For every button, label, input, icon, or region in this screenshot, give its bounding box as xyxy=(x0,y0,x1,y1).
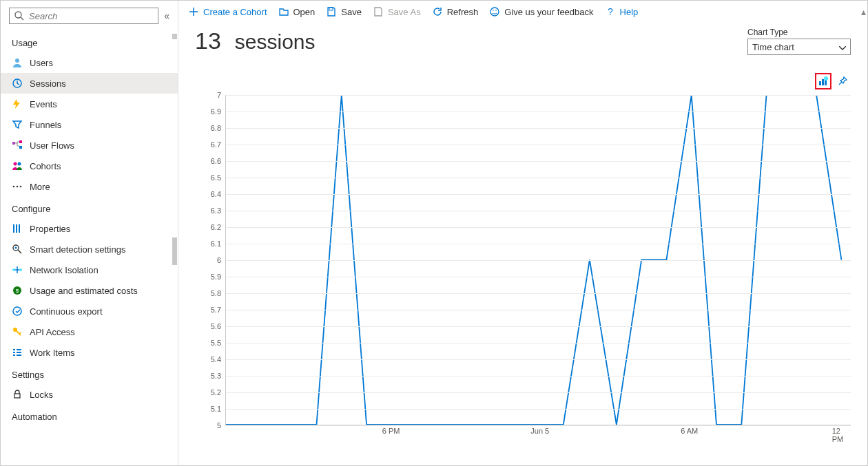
svg-rect-6 xyxy=(19,146,22,149)
x-tick: 12 PM xyxy=(832,427,845,443)
y-tick: 6.7 xyxy=(211,140,221,149)
y-tick: 6.3 xyxy=(211,206,221,215)
y-tick: 5.1 xyxy=(211,405,221,413)
search-input-wrap[interactable] xyxy=(9,8,158,24)
cost-icon: $ xyxy=(12,285,23,296)
sidebar-item-more[interactable]: More xyxy=(1,176,178,197)
section-settings-header: Settings xyxy=(1,363,178,384)
svg-rect-36 xyxy=(819,81,821,85)
sidebar-item-smartdetection[interactable]: Smart detection settings xyxy=(1,239,178,260)
toolbar-label: Open xyxy=(293,7,316,17)
svg-line-1 xyxy=(21,17,23,20)
view-logs-button[interactable] xyxy=(815,73,831,89)
svg-point-18 xyxy=(12,268,15,271)
session-word: sessions xyxy=(235,30,316,54)
sidebar-item-sessions[interactable]: Sessions xyxy=(1,73,178,94)
sidebar-item-continuousexport[interactable]: Continuous export xyxy=(1,301,178,321)
y-tick: 5.3 xyxy=(211,372,221,380)
svg-point-9 xyxy=(13,186,15,188)
y-tick: 6.9 xyxy=(211,107,221,116)
svg-rect-4 xyxy=(12,142,15,145)
events-icon xyxy=(12,98,23,109)
chart-type-label: Chart Type xyxy=(747,28,851,37)
help-button[interactable]: ?Help xyxy=(605,6,639,17)
magnifier-icon xyxy=(12,244,23,255)
sidebar-item-label: Cohorts xyxy=(30,161,61,171)
saveas-button: Save As xyxy=(373,6,421,17)
svg-rect-27 xyxy=(17,349,21,350)
y-tick: 6.4 xyxy=(211,190,221,198)
svg-rect-30 xyxy=(14,394,20,398)
sidebar-item-label: Locks xyxy=(30,390,53,400)
y-tick: 5.4 xyxy=(211,355,221,363)
y-tick: 5.9 xyxy=(211,273,221,281)
svg-text:$: $ xyxy=(16,288,19,294)
sidebar-item-workitems[interactable]: Work Items xyxy=(1,342,178,363)
main-scrollbar[interactable] xyxy=(861,8,866,18)
svg-point-7 xyxy=(14,162,17,166)
sidebar-item-properties[interactable]: Properties xyxy=(1,218,178,239)
sidebar-item-label: Sessions xyxy=(30,78,66,89)
sidebar-item-cohorts[interactable]: Cohorts xyxy=(1,156,178,176)
funnel-icon xyxy=(12,119,23,130)
svg-point-17 xyxy=(15,247,17,249)
svg-point-8 xyxy=(18,162,21,166)
page-title: 13 sessions xyxy=(195,28,316,54)
create-cohort-button[interactable]: Create a Cohort xyxy=(188,6,267,17)
toolbar-label: Save xyxy=(341,7,362,17)
pin-button[interactable] xyxy=(834,73,851,89)
svg-rect-12 xyxy=(13,224,14,233)
sidebar-item-usagecosts[interactable]: $Usage and estimated costs xyxy=(1,280,178,301)
lock-icon xyxy=(12,389,23,400)
sidebar-item-funnels[interactable]: Funnels xyxy=(1,114,178,135)
x-axis: 6 PMJun 56 AM12 PM xyxy=(225,427,851,438)
y-tick: 6.6 xyxy=(211,157,221,165)
sidebar-item-networkisolation[interactable]: Network Isolation xyxy=(1,260,178,280)
collapse-sidebar-icon[interactable]: « xyxy=(164,10,169,21)
y-tick: 5.8 xyxy=(211,289,221,297)
sidebar-item-apiaccess[interactable]: API Access xyxy=(1,321,178,342)
main-panel: Create a Cohort Open Save Save As Refres… xyxy=(178,1,867,465)
sidebar-item-locks[interactable]: Locks xyxy=(1,384,178,405)
properties-icon xyxy=(12,223,23,234)
feedback-button[interactable]: Give us your feedback xyxy=(489,6,593,17)
svg-point-2 xyxy=(15,59,19,63)
sidebar-item-label: More xyxy=(30,182,50,192)
sidebar-item-label: Continuous export xyxy=(30,306,103,317)
sidebar-item-label: Funnels xyxy=(30,120,61,130)
chart-type-value: Time chart xyxy=(752,42,794,52)
chevron-down-icon xyxy=(839,42,846,52)
svg-point-34 xyxy=(495,10,497,11)
save-button[interactable]: Save xyxy=(326,6,362,17)
svg-rect-37 xyxy=(822,79,824,85)
svg-rect-5 xyxy=(19,140,22,143)
refresh-button[interactable]: Refresh xyxy=(432,6,479,17)
y-tick: 5.6 xyxy=(211,322,221,330)
toolbar-label: Save As xyxy=(388,7,421,17)
y-tick: 5.2 xyxy=(211,388,221,396)
plot-area xyxy=(225,95,851,425)
chart-type-select[interactable]: Time chart xyxy=(747,39,851,55)
userflows-icon xyxy=(12,140,23,151)
sidebar-item-events[interactable]: Events xyxy=(1,94,178,114)
scrollbar-thumb[interactable] xyxy=(172,237,177,265)
section-usage-header: Usage xyxy=(1,31,178,52)
svg-rect-29 xyxy=(17,354,21,356)
sidebar-item-label: Users xyxy=(30,58,53,68)
section-configure-header: Configure xyxy=(1,197,178,218)
scrollbar-up-icon[interactable] xyxy=(172,34,177,39)
sessions-icon xyxy=(12,78,23,89)
toolbar-label: Help xyxy=(620,7,639,17)
svg-line-16 xyxy=(18,250,21,253)
search-input[interactable] xyxy=(29,11,154,21)
y-tick: 6.1 xyxy=(211,240,221,248)
open-button[interactable]: Open xyxy=(278,6,316,17)
svg-rect-14 xyxy=(19,224,20,233)
svg-point-11 xyxy=(20,186,22,188)
sidebar-item-label: Properties xyxy=(30,224,70,234)
sidebar-item-userflows[interactable]: User Flows xyxy=(1,135,178,156)
svg-rect-13 xyxy=(16,224,17,233)
y-tick: 6 xyxy=(217,256,221,264)
sidebar-item-users[interactable]: Users xyxy=(1,52,178,73)
chart: 76.96.86.76.66.56.46.36.26.165.95.85.75.… xyxy=(195,95,851,438)
